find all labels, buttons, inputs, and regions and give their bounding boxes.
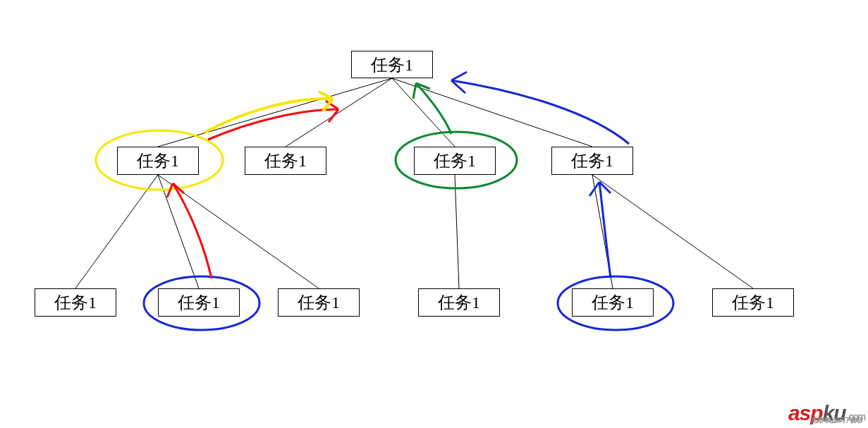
arrow-green xyxy=(416,83,451,134)
svg-line-3 xyxy=(392,78,592,147)
svg-line-2 xyxy=(392,78,455,147)
watermark-logo: aspku.com 免费网站源码下载站! xyxy=(788,401,865,425)
node-l2a: 任务1 xyxy=(117,147,199,175)
node-l3c: 任务1 xyxy=(278,288,360,317)
watermark-subtitle: 免费网站源码下载站! xyxy=(810,416,862,425)
svg-line-1 xyxy=(286,78,392,147)
node-label: 任务1 xyxy=(264,149,307,172)
arrow-yellow xyxy=(204,99,333,133)
node-label: 任务1 xyxy=(732,291,774,314)
node-l3d: 任务1 xyxy=(418,288,500,317)
svg-line-4 xyxy=(75,175,158,288)
svg-line-5 xyxy=(158,175,199,288)
node-label: 任务1 xyxy=(137,149,179,172)
node-label: 任务1 xyxy=(571,149,613,172)
node-l3b: 任务1 xyxy=(158,288,240,317)
svg-line-7 xyxy=(455,175,459,288)
arrow-blue-upper xyxy=(451,80,629,144)
node-l3f: 任务1 xyxy=(712,288,794,317)
node-label: 任务1 xyxy=(298,291,340,314)
svg-line-0 xyxy=(158,78,392,147)
node-l3a: 任务1 xyxy=(35,288,116,317)
node-label: 任务1 xyxy=(434,149,476,172)
svg-line-6 xyxy=(158,175,319,288)
node-label: 任务1 xyxy=(438,291,480,314)
node-l2c: 任务1 xyxy=(414,147,496,175)
arrow-red-upper xyxy=(208,109,338,140)
node-label: 任务1 xyxy=(54,291,97,314)
node-label: 任务1 xyxy=(371,54,413,76)
svg-line-8 xyxy=(592,175,613,288)
arrow-red-lower xyxy=(173,183,212,279)
arrow-blue-lower xyxy=(599,182,611,278)
node-l3e: 任务1 xyxy=(572,288,654,317)
node-l2d: 任务1 xyxy=(551,147,633,175)
node-label: 任务1 xyxy=(178,291,220,314)
annotations-overlay xyxy=(0,0,868,428)
svg-line-9 xyxy=(592,175,753,288)
tree-edges xyxy=(0,0,868,428)
node-label: 任务1 xyxy=(592,291,634,314)
node-root: 任务1 xyxy=(351,51,433,78)
node-l2b: 任务1 xyxy=(245,147,326,175)
